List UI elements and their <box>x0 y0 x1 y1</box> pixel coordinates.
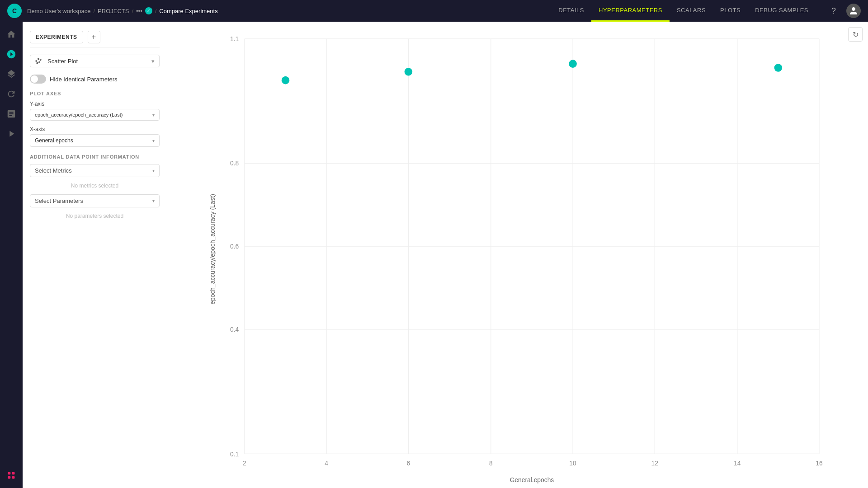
sidebar-icon-pipeline[interactable] <box>2 125 20 143</box>
breadcrumb: Demo User's workspace / PROJECTS / ••• ✓… <box>27 7 218 14</box>
chart-refresh-button[interactable]: ↻ <box>848 27 863 42</box>
tab-hyperparameters[interactable]: HYPERPARAMETERS <box>591 0 670 22</box>
select-metrics-row[interactable]: Select Metrics ▾ <box>30 164 160 177</box>
y-axis-select[interactable]: epoch_accuracy/epoch_accuracy (Last) ▾ <box>30 109 160 121</box>
breadcrumb-sep2: / <box>132 8 133 14</box>
select-parameters-label: Select Parameters <box>35 197 83 204</box>
hide-identical-row: Hide Identical Parameters <box>30 75 160 84</box>
scatter-caret-icon: ▾ <box>151 58 155 65</box>
x-tick-2: 2 <box>243 460 246 467</box>
x-tick-12: 12 <box>651 460 658 467</box>
breadcrumb-sep1: / <box>93 8 95 14</box>
main-content: EXPERIMENTS + Scatter Plot ▾ Hide Identi… <box>23 22 868 488</box>
y-tick-11: 1.1 <box>230 35 239 42</box>
x-axis-value: General.epochs <box>35 137 73 144</box>
y-axis-title: epoch_accuracy/epoch_accuracy (Last) <box>209 194 216 304</box>
y-tick-08: 0.8 <box>230 160 239 167</box>
x-axis-label: X-axis <box>30 126 160 132</box>
avatar[interactable] <box>846 4 861 18</box>
sidebar-icon-slack[interactable] <box>2 466 20 484</box>
scatter-plot-svg: 1.1 0.8 0.6 0.4 0.1 2 4 6 8 10 12 14 16 … <box>167 22 868 488</box>
no-metrics-text: No metrics selected <box>30 180 160 194</box>
breadcrumb-current: Compare Experiments <box>159 8 217 14</box>
x-tick-16: 16 <box>816 460 823 467</box>
breadcrumb-projects[interactable]: PROJECTS <box>98 8 129 14</box>
sidebar-icon-experiments[interactable] <box>2 85 20 103</box>
left-panel: EXPERIMENTS + Scatter Plot ▾ Hide Identi… <box>23 22 167 488</box>
y-axis-label: Y-axis <box>30 101 160 107</box>
svg-point-7 <box>37 62 38 64</box>
select-metrics-label: Select Metrics <box>35 167 72 174</box>
sidebar-icon-layers[interactable] <box>2 65 20 83</box>
additional-info-label: ADDITIONAL DATA POINT INFORMATION <box>30 154 160 160</box>
help-icon[interactable]: ? <box>826 4 841 18</box>
x-tick-14: 14 <box>734 460 741 467</box>
breadcrumb-more[interactable]: ••• <box>136 8 142 14</box>
tab-debug-samples[interactable]: DEBUG SAMPLES <box>748 0 816 22</box>
scatter-plot-icon <box>35 57 42 65</box>
sidebar-icon-brain[interactable] <box>2 45 20 63</box>
chart-area: ↻ <box>167 22 868 488</box>
breadcrumb-workspace: Demo User's workspace <box>27 8 90 14</box>
add-experiment-button[interactable]: + <box>88 31 100 43</box>
plot-axes-section-label: PLOT AXES <box>30 91 160 96</box>
tab-plots[interactable]: PLOTS <box>713 0 748 22</box>
nav-right: ? <box>826 4 861 18</box>
svg-point-6 <box>40 59 41 61</box>
sidebar-icon-reports[interactable] <box>2 105 20 123</box>
breadcrumb-check-icon: ✓ <box>145 7 152 14</box>
refresh-icon: ↻ <box>853 30 859 39</box>
hide-identical-label: Hide Identical Parameters <box>50 76 118 83</box>
svg-rect-1 <box>12 472 15 475</box>
parameters-caret-icon: ▾ <box>152 198 155 203</box>
svg-point-5 <box>38 58 39 60</box>
x-axis-title: General.epochs <box>510 476 554 483</box>
x-tick-4: 4 <box>325 460 328 467</box>
data-point-2[interactable] <box>405 68 413 76</box>
no-parameters-text: No parameters selected <box>30 210 160 225</box>
top-navbar: C Demo User's workspace / PROJECTS / •••… <box>0 0 868 22</box>
nav-tabs: DETAILS HYPERPARAMETERS SCALARS PLOTS DE… <box>551 0 816 22</box>
data-point-1[interactable] <box>282 76 290 84</box>
svg-rect-2 <box>12 476 15 479</box>
app-logo: C <box>7 4 22 18</box>
metrics-caret-icon: ▾ <box>152 168 155 173</box>
scatter-plot-select[interactable]: Scatter Plot ▾ <box>30 55 160 67</box>
x-tick-6: 6 <box>407 460 410 467</box>
scatter-plot-label: Scatter Plot <box>47 58 78 65</box>
data-point-3[interactable] <box>569 60 577 68</box>
tab-details[interactable]: DETAILS <box>551 0 591 22</box>
svg-point-4 <box>36 61 37 62</box>
svg-point-8 <box>39 61 40 63</box>
experiments-button[interactable]: EXPERIMENTS <box>30 31 83 43</box>
left-sidebar <box>0 22 23 488</box>
data-point-4[interactable] <box>774 64 783 72</box>
y-tick-06: 0.6 <box>230 243 239 250</box>
tab-scalars[interactable]: SCALARS <box>670 0 713 22</box>
y-axis-caret-icon: ▾ <box>152 113 155 117</box>
sidebar-icon-home[interactable] <box>2 25 20 43</box>
x-axis-caret-icon: ▾ <box>152 138 155 143</box>
x-axis-select[interactable]: General.epochs ▾ <box>30 134 160 147</box>
hide-identical-toggle[interactable] <box>30 75 46 84</box>
select-parameters-row[interactable]: Select Parameters ▾ <box>30 194 160 207</box>
toolbar: EXPERIMENTS + <box>30 27 160 47</box>
breadcrumb-sep3: / <box>155 8 157 14</box>
x-tick-10: 10 <box>569 460 576 467</box>
y-tick-01: 0.1 <box>230 450 239 458</box>
svg-rect-0 <box>8 472 11 475</box>
y-tick-04: 0.4 <box>230 326 239 333</box>
svg-rect-3 <box>8 476 11 479</box>
scatter-plot-row: Scatter Plot ▾ <box>30 53 160 69</box>
x-tick-8: 8 <box>489 460 493 467</box>
y-axis-value: epoch_accuracy/epoch_accuracy (Last) <box>35 112 123 117</box>
